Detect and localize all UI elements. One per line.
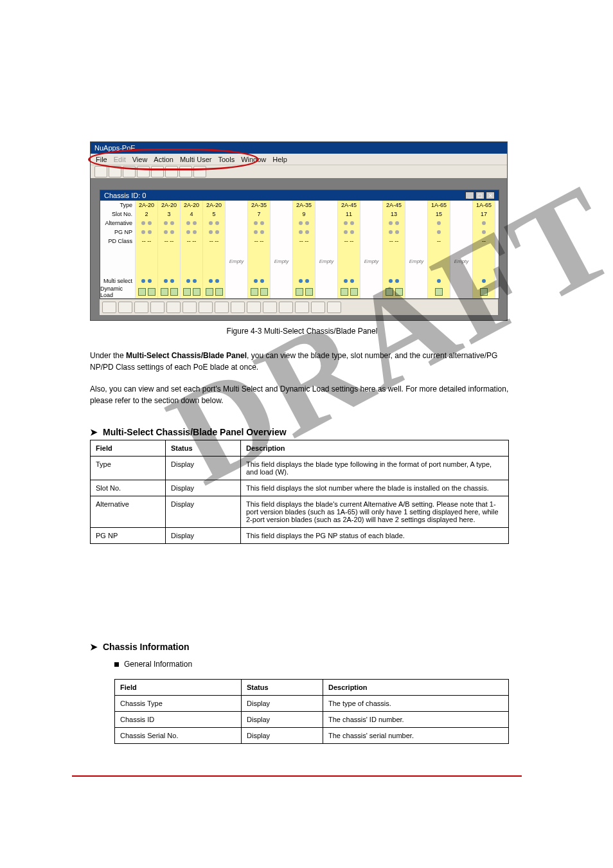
tool-btn[interactable] [247, 302, 261, 313]
grid-cell[interactable] [473, 285, 495, 298]
cell: Chassis ID [115, 712, 242, 728]
text: Under the [90, 351, 126, 360]
section-heading-2: ➤Chassis Information [90, 642, 190, 652]
grid-cell: -- -- [248, 237, 271, 246]
grid-cell[interactable] [158, 285, 181, 298]
row-label: Dynamic Load [100, 285, 136, 298]
grid-cell[interactable] [248, 276, 271, 285]
grid-cell[interactable] [338, 276, 360, 285]
toolbar-btn[interactable] [151, 166, 164, 177]
toolbar-btn[interactable] [193, 166, 206, 177]
grid-cell [136, 246, 158, 276]
grid-cell [383, 246, 405, 276]
table-row: Chassis Type Display The type of chassis… [115, 696, 509, 712]
grid-cell[interactable] [338, 285, 360, 298]
toolbar-btn[interactable] [179, 166, 192, 177]
tool-btn[interactable] [263, 302, 277, 313]
tool-btn[interactable] [102, 302, 116, 313]
tool-btn[interactable] [199, 302, 213, 313]
row-label: PG NP [100, 228, 136, 237]
minimize-button[interactable]: _ [465, 192, 474, 199]
tool-btn[interactable] [279, 302, 293, 313]
grid-cell [293, 228, 315, 237]
tool-btn[interactable] [295, 302, 309, 313]
grid-cell[interactable] [136, 285, 158, 298]
grid-cell[interactable] [383, 276, 405, 285]
intro-paragraph: Under the Multi-Select Chassis/Blade Pan… [90, 350, 514, 373]
grid-cell[interactable] [181, 285, 203, 298]
toolbar-btn[interactable] [123, 166, 136, 177]
th-status: Status [242, 680, 323, 696]
app-titlebar: NuApps-PoE [91, 142, 507, 154]
square-bullet-icon [114, 662, 119, 667]
grid-cell: 4 [181, 210, 203, 219]
grid-cell[interactable] [158, 276, 181, 285]
grid-cell [248, 246, 271, 276]
restore-button[interactable]: ▢ [475, 192, 484, 199]
grid-cell: 2 [136, 210, 158, 219]
table-row: Chassis ID Display The chassis' ID numbe… [115, 712, 509, 728]
grid-cell[interactable] [293, 285, 315, 298]
toolbar-btn[interactable] [94, 166, 107, 177]
menu-multiuser[interactable]: Multi User [180, 156, 212, 163]
grid-cell: -- [473, 237, 495, 246]
grid-cell: 17 [473, 210, 495, 219]
tool-btn[interactable] [327, 302, 341, 313]
grid-cell [158, 246, 181, 276]
toolbar-btn[interactable] [165, 166, 178, 177]
menu-file[interactable]: File [96, 156, 107, 163]
row-label: Multi select [100, 276, 136, 285]
grid-cell[interactable] [473, 276, 495, 285]
tool-btn[interactable] [150, 302, 164, 313]
grid-cell: 2A-35 [293, 201, 315, 210]
menu-window[interactable]: Window [241, 156, 266, 163]
cell: Slot No. [91, 480, 166, 496]
table-row: PG NP Display This field displays the PG… [91, 528, 509, 544]
app-menubar[interactable]: File Edit View Action Multi User Tools W… [91, 154, 507, 165]
grid-cell: -- -- [338, 237, 360, 246]
menu-help[interactable]: Help [272, 156, 287, 163]
close-button[interactable]: ✕ [486, 192, 495, 199]
tool-btn[interactable] [215, 302, 229, 313]
menu-action[interactable]: Action [154, 156, 173, 163]
grid-cell[interactable] [248, 285, 271, 298]
tool-btn[interactable] [118, 302, 132, 313]
grid-cell [473, 228, 495, 237]
window-buttons: _ ▢ ✕ [465, 192, 495, 199]
cell: Chassis Type [115, 696, 242, 712]
tool-btn[interactable] [311, 302, 325, 313]
grid-cell[interactable] [293, 276, 315, 285]
grid-cell: 2A-20 [158, 201, 181, 210]
row-label: Alternative [100, 219, 136, 228]
toolbar-btn[interactable] [137, 166, 150, 177]
grid-cell: 15 [428, 210, 450, 219]
cell: This field displays the blade's current … [241, 496, 509, 528]
grid-cell [473, 246, 495, 276]
grid-cell[interactable] [136, 276, 158, 285]
cell: The chassis' ID number. [323, 712, 509, 728]
app-title: NuApps-PoE [94, 144, 136, 152]
grid-cell[interactable] [203, 276, 226, 285]
grid-cell: 11 [338, 210, 360, 219]
menu-tools[interactable]: Tools [218, 156, 235, 163]
grid-cell[interactable] [203, 285, 226, 298]
tool-btn[interactable] [182, 302, 197, 313]
grid-cell[interactable] [181, 276, 203, 285]
grid-cell[interactable] [428, 276, 450, 285]
cell: This field displays the slot number wher… [241, 480, 509, 496]
grid-cell[interactable] [383, 285, 405, 298]
app-toolbar [91, 165, 507, 178]
cell: Display [242, 728, 323, 744]
tool-btn[interactable] [134, 302, 148, 313]
bullet-text: General Information [124, 660, 192, 669]
menu-edit[interactable]: Edit [114, 156, 126, 163]
menu-view[interactable]: View [132, 156, 148, 163]
grid-cell: 1A-65 [428, 201, 450, 210]
tool-btn[interactable] [166, 302, 181, 313]
th-desc: Description [241, 440, 509, 457]
app-client-area: Chassis ID: 0 _ ▢ ✕ Type2A-202A-202A-202… [91, 178, 507, 320]
toolbar-btn[interactable] [109, 166, 121, 177]
grid-cell[interactable] [428, 285, 450, 298]
tool-btn[interactable] [231, 302, 245, 313]
grid-cell [293, 219, 315, 228]
